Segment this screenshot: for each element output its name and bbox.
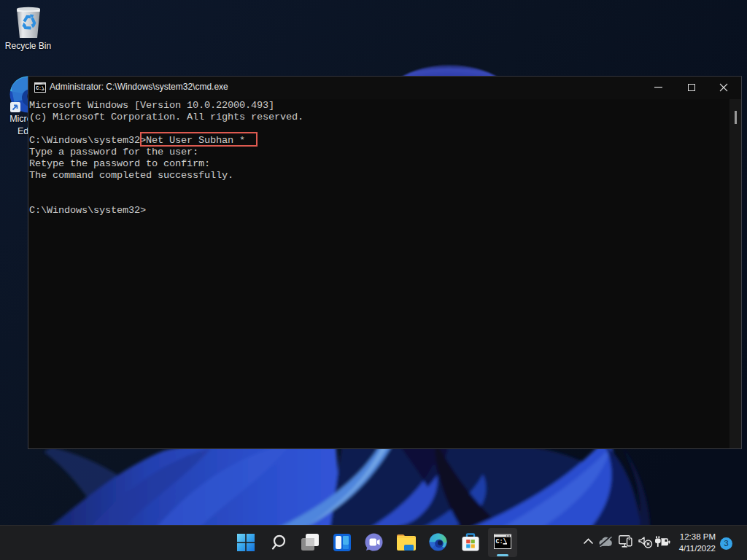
svg-text:C:\: C:\ (36, 86, 44, 91)
